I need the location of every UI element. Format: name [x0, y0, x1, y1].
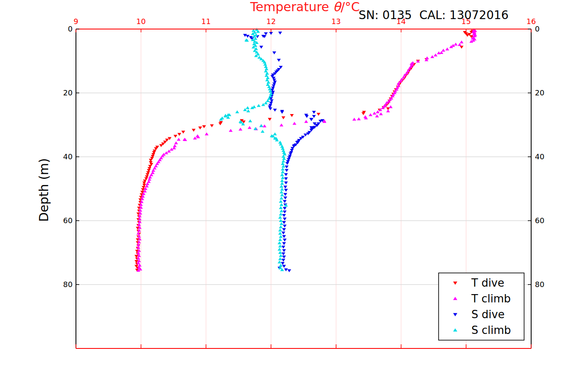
x-tick-label-11: 11 [201, 17, 211, 26]
data-point [458, 43, 461, 46]
data-point [282, 256, 286, 258]
data-point [159, 144, 163, 147]
data-point [273, 109, 277, 112]
data-point [285, 162, 289, 165]
data-point [284, 268, 288, 271]
data-point [280, 193, 284, 196]
data-point [272, 51, 276, 54]
data-point [202, 125, 206, 128]
data-point [278, 216, 282, 219]
data-point [173, 144, 177, 147]
data-point [279, 264, 283, 267]
series-t-dive [134, 30, 476, 272]
data-point [278, 238, 282, 241]
y-tick-label-right-20: 20 [535, 88, 544, 97]
data-point [283, 239, 286, 241]
data-point [281, 160, 285, 163]
data-point [364, 115, 367, 118]
data-point [278, 261, 281, 263]
data-point [278, 245, 282, 248]
data-point [280, 197, 283, 200]
data-point [210, 124, 214, 127]
series-t-climb [137, 28, 477, 272]
data-point [278, 229, 282, 231]
data-point [283, 224, 286, 227]
data-point [239, 128, 242, 131]
data-point [192, 129, 195, 131]
data-point [278, 257, 282, 260]
data-point [283, 185, 287, 188]
data-point [280, 173, 284, 176]
data-point [460, 40, 464, 43]
data-point [174, 141, 178, 144]
data-point [261, 130, 264, 133]
data-point [280, 187, 284, 190]
data-point [269, 32, 273, 35]
data-point [283, 217, 286, 220]
data-point [248, 119, 252, 122]
data-point [281, 259, 285, 262]
data-point [281, 165, 285, 168]
data-point [389, 105, 393, 108]
data-point [283, 200, 286, 203]
data-point [312, 115, 316, 118]
depth-axis-label: Depth (m) [37, 158, 51, 222]
data-point [280, 111, 284, 114]
data-point [173, 135, 177, 138]
data-point [379, 112, 383, 115]
data-point [293, 122, 296, 125]
x-tick-label-12: 12 [266, 17, 276, 26]
data-point [195, 134, 199, 137]
data-point [279, 200, 283, 203]
data-point [218, 122, 222, 125]
y-tick-label-right-0: 0 [535, 24, 539, 33]
data-point [437, 51, 441, 54]
y-tick-label-left-60: 60 [63, 216, 73, 225]
data-point [281, 170, 285, 173]
x-tick-label-10: 10 [136, 17, 146, 26]
data-point [178, 133, 181, 136]
data-point [282, 265, 286, 268]
y-tick-label-right-60: 60 [535, 216, 544, 225]
chart-title-prefix: Temperature [250, 0, 333, 14]
data-point [280, 182, 284, 185]
legend-label-t-dive: T dive [471, 277, 504, 289]
data-point [279, 225, 283, 228]
data-point [278, 232, 282, 235]
data-point [310, 118, 313, 121]
data-point [434, 54, 437, 56]
data-point [280, 222, 283, 225]
data-point [282, 249, 286, 252]
data-point [281, 246, 285, 248]
data-point [280, 190, 283, 193]
data-point [284, 189, 288, 192]
chart-title: Temperature θ/°C [250, 0, 360, 14]
y-tick-label-left-80: 80 [63, 280, 73, 289]
y-tick-label-left-40: 40 [63, 152, 73, 161]
data-point [285, 166, 288, 168]
data-point [430, 55, 434, 58]
data-point [257, 104, 261, 107]
x-tick-label-13: 13 [331, 17, 341, 26]
data-point [281, 252, 285, 255]
data-point [282, 242, 286, 245]
sn-cal-annotation: SN: 0135 CAL: 13072016 [359, 8, 508, 22]
legend-label-t-climb: T climb [471, 292, 511, 305]
data-point [442, 49, 445, 51]
profile-plot: 910111213141516002020404060608080 Temper… [0, 0, 588, 392]
data-point [279, 235, 283, 238]
data-point [277, 59, 281, 62]
series-s-climb [219, 28, 288, 271]
data-point [454, 43, 458, 46]
data-point [386, 110, 390, 112]
data-point [284, 177, 288, 180]
data-point [290, 114, 294, 117]
data-point [246, 110, 250, 112]
data-point [460, 46, 464, 49]
legend-label-s-dive: S dive [471, 308, 505, 321]
data-point [282, 221, 286, 224]
data-point [280, 203, 283, 206]
y-tick-label-right-40: 40 [535, 152, 544, 161]
data-point [278, 248, 281, 251]
data-point [304, 120, 308, 123]
